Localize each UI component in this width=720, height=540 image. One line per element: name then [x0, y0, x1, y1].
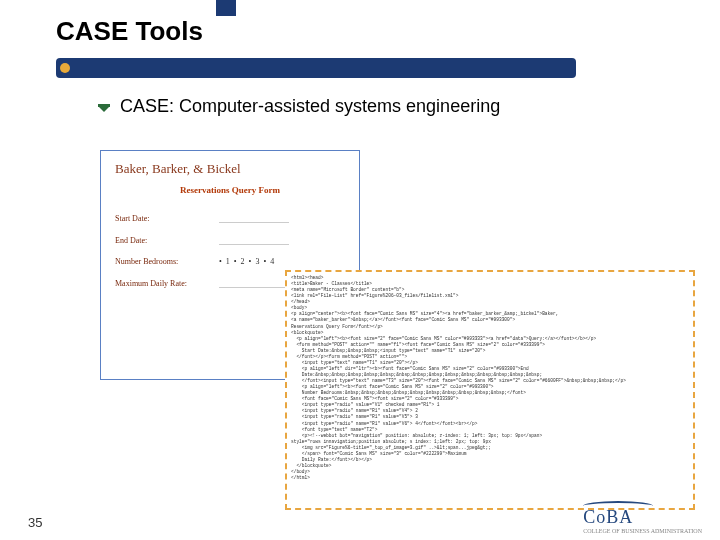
max-rate-label: Maximum Daily Rate: — [115, 279, 213, 288]
coba-logo: CoBA COLLEGE OF BUSINESS ADMINISTRATION — [583, 501, 702, 534]
start-date-label: Start Date: — [115, 214, 213, 223]
slide-title-area: CASE Tools — [56, 16, 203, 47]
slide-title: CASE Tools — [56, 16, 203, 47]
title-underline-bar — [56, 58, 576, 78]
page-number: 35 — [28, 515, 42, 530]
form-row-bedrooms: Number Bedrooms: • 1 • 2 • 3 • 4 — [115, 257, 345, 266]
start-date-field — [219, 213, 289, 223]
end-date-field — [219, 235, 289, 245]
bullet-arrow-icon — [98, 101, 110, 113]
max-rate-field — [219, 278, 289, 288]
form-subheading: Reservations Query Form — [115, 185, 345, 195]
html-source-panel: <html><head> <title>Baker - Classes</tit… — [285, 270, 695, 510]
form-row-start-date: Start Date: — [115, 213, 345, 223]
header-accent-bar — [216, 0, 236, 16]
logo-subtext: COLLEGE OF BUSINESS ADMINISTRATION — [583, 528, 702, 534]
slide-subtitle: CASE: Computer-assisted systems engineer… — [120, 96, 500, 117]
form-heading: Baker, Barker, & Bickel — [115, 161, 345, 177]
logo-text: CoBA — [583, 507, 633, 527]
title-underline-dot — [60, 63, 70, 73]
subtitle-row: CASE: Computer-assisted systems engineer… — [98, 96, 500, 117]
form-row-end-date: End Date: — [115, 235, 345, 245]
end-date-label: End Date: — [115, 236, 213, 245]
bedrooms-options: • 1 • 2 • 3 • 4 — [219, 257, 275, 266]
bedrooms-label: Number Bedrooms: — [115, 257, 213, 266]
